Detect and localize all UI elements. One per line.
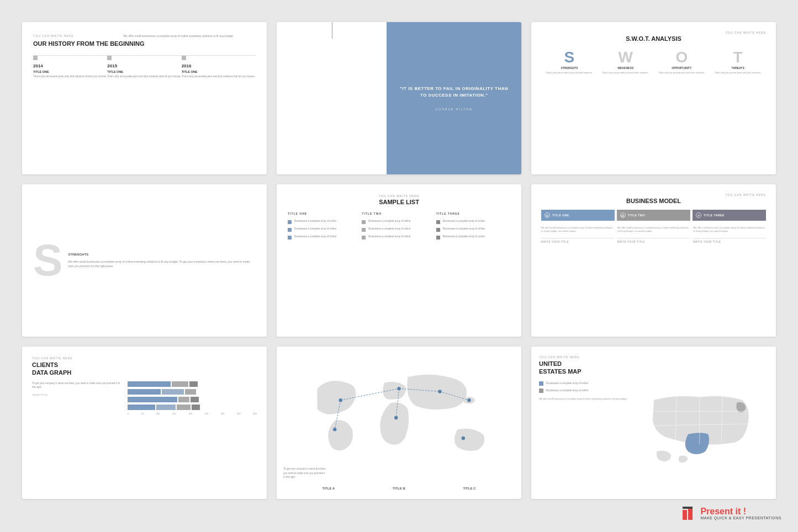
- swot-letter-s: S: [545, 49, 594, 66]
- bm-col-1: We offer small businesses a complete arr…: [541, 226, 614, 243]
- list-item: Businesses a complete array of online.: [436, 227, 510, 232]
- swot-o: O OPPORTUNITY That's why we provide poin…: [657, 49, 707, 75]
- slide-us-map: YOU CAN WRITE HERE UNITEDESTATES MAP Bus…: [531, 347, 776, 499]
- world-map-svg: [282, 352, 516, 483]
- swot-grid: S STRENGHTS That's why we provide point …: [541, 49, 766, 75]
- bar-dark-3: [191, 397, 199, 402]
- timeline-dot-1: [33, 56, 38, 60]
- list-item-text: Businesses a complete array of online.: [294, 227, 337, 231]
- swot-letter-t: T: [713, 49, 763, 66]
- list-bullet: [436, 220, 440, 224]
- slide3-meta: YOU CAN WRITE HERE: [541, 31, 766, 34]
- svg-point-9: [467, 398, 471, 402]
- timeline-item-1: 2014 TITLE ONE That's why we provide poi…: [33, 56, 107, 79]
- legend-text-2: Businesses a complete array of online: [546, 389, 588, 392]
- timeline-year-1: 2014: [33, 63, 107, 68]
- list-item: Businesses a complete array of online.: [288, 235, 362, 240]
- list-item-text: Businesses a complete array of online.: [294, 220, 337, 224]
- slide1-title: OUR HISTORY FROM THE BEGINNING: [33, 40, 256, 47]
- timeline-desc-2: That's why we provide point and click so…: [107, 75, 181, 79]
- list-item-text: Businesses a complete array of online.: [443, 227, 485, 231]
- bm-col3-desc: We offer small businesses a complete arr…: [693, 226, 766, 233]
- brand-logo: Present it ! MAKE QUICK & EASY PRESENTAT…: [681, 506, 781, 521]
- timeline-item-2: 2015 TITLE ONE That's why we provide poi…: [107, 56, 181, 79]
- slide9-desc: We offer small businesses a complete arr…: [539, 397, 642, 401]
- list-item-text: Businesses a complete array of online.: [443, 235, 485, 239]
- timeline-dot-2: [107, 56, 112, 60]
- svg-point-11: [394, 416, 398, 419]
- bm-tab2-label: TITLE TWO: [628, 214, 645, 217]
- bm-tab-2[interactable]: ⊡ TITLE TWO: [617, 210, 690, 221]
- slide8-label-c: TITLE C: [463, 487, 476, 490]
- slide-list: YOU CAN WRITE HERE SAMPLE LIST TITLE ONE…: [277, 184, 521, 337]
- slide4-desc: We offer small businesses a complete arr…: [68, 259, 256, 268]
- bm-col-2: We offer small businesses a complete arr…: [617, 226, 690, 243]
- axis-num: 200: [188, 412, 192, 415]
- swot-s: S STRENGHTS That's why we provide point …: [545, 49, 594, 75]
- brand-text: Present it ! MAKE QUICK & EASY PRESENTAT…: [700, 507, 781, 520]
- swot-t-title: THREATS: [713, 66, 763, 70]
- slide-world-map: To get your company's name but there, yo…: [277, 347, 521, 499]
- slide9-meta: YOU CAN WRITE HERE: [539, 355, 642, 359]
- brand-name: Present it !: [700, 507, 781, 516]
- slide8-labels: TITLE A TITLE B TITLE C: [282, 483, 516, 493]
- world-map-area: [282, 352, 516, 483]
- swot-w-title: WEAKNESS: [601, 66, 651, 70]
- big-letter: S: [33, 238, 62, 283]
- swot-o-desc: That's why we provide point and click so…: [657, 71, 707, 75]
- axis-num: 100: [156, 412, 160, 415]
- axis-num: 350: [237, 412, 241, 415]
- slide4-strengths-title: STRENGHTS: [68, 253, 256, 256]
- slide7-title: CLIENTSDATA GRAPH: [32, 361, 257, 377]
- slide5-meta: YOU CAN WRITE HERE: [288, 194, 510, 198]
- timeline-dot-3: [182, 56, 186, 60]
- slide8-label-b: TITLE B: [393, 487, 405, 490]
- bm-col3-link: WRITE YOUR TITLE: [693, 238, 766, 243]
- bar-gray-4: [177, 405, 191, 410]
- list-item: Businesses a complete array of online.: [436, 235, 510, 240]
- bar-row-4: [128, 405, 257, 410]
- legend-box-gray: [539, 389, 543, 393]
- bar-med-4: [156, 405, 176, 410]
- swot-w: W WEAKNESS That's why we provide point a…: [601, 49, 651, 75]
- legend-item-2: Businesses a complete array of online: [539, 389, 642, 393]
- chart-area: 0 50 100 150 200 250 300 350 400: [128, 381, 257, 415]
- bar-blue-3: [128, 397, 177, 402]
- axis-num: 250: [204, 412, 208, 415]
- slide-swot: YOU CAN WRITE HERE S.W.O.T. ANALYSIS S S…: [531, 22, 776, 174]
- brand-footer: Present it ! MAKE QUICK & EASY PRESENTAT…: [681, 506, 781, 521]
- axis-num: 300: [221, 412, 225, 415]
- legend-text-1: Businesses a complete array of online: [546, 382, 588, 385]
- axis-num: 150: [172, 412, 176, 415]
- slide2-top-line: [332, 22, 332, 39]
- timeline-item-3: 2016 TITLE ONE That's why we provide poi…: [182, 56, 256, 79]
- timeline-desc-1: That's why we provide point and click so…: [33, 75, 107, 79]
- bm-tab-3[interactable]: ↗ TITLE THREE: [693, 210, 766, 221]
- quote-author: CONRAD HILTON: [436, 108, 473, 111]
- list-item-text: Businesses a complete array of online.: [368, 235, 411, 239]
- slide-big-s: S STRENGHTS We offer small businesses a …: [22, 184, 267, 337]
- brand-tagline: MAKE QUICK & EASY PRESENTATIONS: [700, 516, 781, 520]
- bar-row-3: [128, 397, 257, 402]
- bm-tab1-label: TITLE ONE: [552, 214, 569, 217]
- list-col-3: TITLE THREE Businesses a complete array …: [436, 212, 510, 243]
- list-item-text: Businesses a complete array of online.: [294, 235, 337, 239]
- list-col-2: TITLE TWO Businesses a complete array of…: [362, 212, 436, 243]
- list-col3-title: TITLE THREE: [436, 212, 510, 215]
- list-item: Businesses a complete array of online.: [362, 235, 436, 240]
- slide-quote: "IT IS BETTER TO FAIL IN ORIGINALITY THA…: [277, 22, 521, 174]
- swot-s-title: STRENGHTS: [545, 66, 594, 70]
- legend-box-blue: [539, 381, 543, 386]
- svg-rect-19: [688, 508, 693, 520]
- slide-data-graph: YOU CAN WRITE HERE CLIENTSDATA GRAPH To …: [22, 347, 267, 499]
- axis-num: 0: [128, 412, 129, 415]
- bar-med-2: [162, 389, 184, 395]
- timeline-desc-3: That's why we provide point and click so…: [182, 75, 256, 79]
- bm-tab1-icon: ⊙: [545, 212, 550, 218]
- timeline-year-2: 2015: [107, 63, 181, 68]
- slide4-right: STRENGHTS We offer small businesses a co…: [68, 253, 256, 268]
- bm-tab-1[interactable]: ⊙ TITLE ONE: [541, 210, 615, 221]
- slide1-desc: We offer small businesses a complete arr…: [123, 34, 258, 39]
- bm-col1-desc: We offer small businesses a complete arr…: [541, 226, 614, 233]
- slide7-desc: To get your company's name out there, yo…: [32, 381, 122, 389]
